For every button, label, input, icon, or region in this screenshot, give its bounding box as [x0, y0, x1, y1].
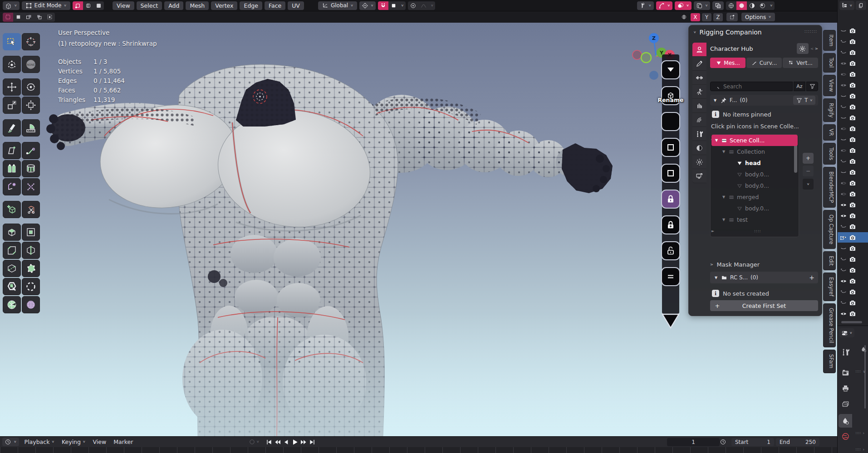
gizmo-neg-y[interactable]: [641, 53, 651, 63]
visibility-eye-icon[interactable]: [840, 103, 847, 111]
visibility-eye-icon[interactable]: [840, 93, 847, 100]
create-first-set-button[interactable]: + Create First Set: [710, 300, 818, 311]
visibility-eye-icon[interactable]: [840, 201, 847, 209]
panel-tab-tools[interactable]: [692, 127, 706, 141]
gizmo-z[interactable]: Z: [649, 33, 659, 43]
play-button[interactable]: [291, 438, 299, 446]
mirror-z-button[interactable]: Z: [713, 13, 723, 21]
camera-visibility-icon[interactable]: [849, 190, 856, 198]
jump-to-end-button[interactable]: [309, 438, 316, 446]
tool-button-annotate[interactable]: [3, 119, 21, 136]
outliner-row[interactable]: [838, 91, 868, 101]
gizmo-neg-z[interactable]: [649, 71, 658, 80]
visibility-eye-icon[interactable]: [840, 71, 847, 78]
camera-visibility-icon[interactable]: [849, 49, 856, 56]
shading-rendered-button[interactable]: [757, 1, 768, 10]
region-grip[interactable]: ∷∷ ∨: [856, 370, 866, 374]
panel-tab-display[interactable]: [692, 169, 706, 183]
tree-expander[interactable]: ▼: [714, 138, 719, 142]
snap-chevron[interactable]: ∨: [399, 1, 406, 10]
properties-tab-output[interactable]: [839, 381, 852, 395]
vertex-select-mode-button[interactable]: [73, 1, 83, 10]
outliner-row[interactable]: [838, 221, 868, 232]
tree-expander[interactable]: ▼: [721, 195, 726, 199]
camera-visibility-icon[interactable]: [849, 180, 856, 187]
overlays-dropdown[interactable]: ∨: [675, 1, 691, 10]
face-select-mode-button[interactable]: [93, 1, 104, 10]
hub-next-button[interactable]: ∨: [814, 47, 819, 50]
filter-button[interactable]: [806, 82, 818, 91]
timeline-menu-marker[interactable]: Marker: [110, 438, 137, 445]
outliner-row[interactable]: [838, 156, 868, 166]
tool-button-randomize[interactable]: [22, 178, 40, 195]
panel-tab-pen[interactable]: [692, 57, 706, 71]
transform-orientation-dropdown[interactable]: Global ∨: [318, 1, 357, 10]
properties-tab-tool[interactable]: [839, 345, 852, 359]
timeline-ruler[interactable]: [0, 447, 837, 453]
properties-scrollbar[interactable]: [864, 345, 866, 409]
add-set-button[interactable]: +: [809, 274, 814, 281]
panel-collapse-icon[interactable]: ∨: [693, 31, 696, 34]
rc-expander[interactable]: ▼: [714, 276, 718, 280]
outliner-row[interactable]: [838, 25, 868, 36]
jump-to-start-button[interactable]: [265, 438, 273, 446]
camera-visibility-icon[interactable]: [849, 223, 856, 230]
camera-visibility-icon[interactable]: [849, 136, 856, 143]
falloff-chevron[interactable]: ∨: [429, 1, 435, 10]
panel-tab-character[interactable]: [692, 43, 706, 57]
previous-frame-button[interactable]: [283, 438, 290, 446]
camera-visibility-icon[interactable]: [849, 256, 856, 263]
outliner-row[interactable]: [838, 58, 868, 68]
search-input[interactable]: [722, 83, 779, 90]
outliner-row[interactable]: [838, 178, 868, 188]
tool-button-drum[interactable]: [22, 160, 40, 177]
outliner-row[interactable]: [838, 287, 868, 297]
autokey-dropdown[interactable]: ∨: [256, 440, 260, 443]
camera-visibility-icon[interactable]: [849, 147, 856, 154]
menu-edge[interactable]: Edge: [240, 1, 262, 10]
menu-view[interactable]: View: [113, 1, 134, 10]
tool-button-tweak[interactable]: [3, 56, 21, 73]
outliner-row[interactable]: [838, 134, 868, 145]
camera-visibility-icon[interactable]: [849, 278, 856, 285]
outliner-row[interactable]: [838, 189, 868, 199]
tree-row-Collection[interactable]: ▼Collection: [711, 146, 799, 157]
properties-editor-type-button[interactable]: ∨: [839, 328, 854, 337]
sidebar-tab-grease-pencil[interactable]: Grease Pencil: [823, 303, 836, 348]
outliner-row[interactable]: [838, 36, 868, 47]
pie-button-collapse[interactable]: [661, 60, 680, 79]
camera-visibility-icon[interactable]: [849, 27, 856, 34]
outliner-display-mode-button[interactable]: [856, 1, 866, 10]
camera-visibility-icon[interactable]: [849, 103, 856, 111]
add-collection-button[interactable]: +: [803, 153, 814, 164]
properties-tab-scene[interactable]: [839, 414, 852, 428]
options-dropdown[interactable]: Options ∨: [741, 13, 775, 21]
tool-button-addcube[interactable]: [3, 201, 21, 218]
pie-button-menu[interactable]: [661, 267, 680, 286]
hub-settings-button[interactable]: [797, 43, 809, 54]
camera-visibility-icon[interactable]: [849, 288, 856, 296]
sidebar-tab-easyref[interactable]: Easyref: [823, 273, 836, 301]
tool-button-circlesel[interactable]: [22, 278, 40, 295]
shading-solid-button[interactable]: [736, 1, 747, 10]
tool-button-spin[interactable]: [3, 296, 21, 313]
pie-button-lock-transfer[interactable]: [661, 215, 680, 234]
sidebar-tab-item[interactable]: Item: [823, 30, 836, 51]
panel-tab-curves[interactable]: [692, 113, 706, 127]
3d-viewport[interactable]: User Perspective (1) retopology new : Sh…: [0, 23, 837, 436]
edge-select-mode-button[interactable]: [83, 1, 93, 10]
frame-start-field[interactable]: Start 1: [731, 438, 774, 446]
tool-button-cloth[interactable]: [3, 160, 21, 177]
outliner-row[interactable]: [838, 210, 868, 221]
tool-button-polybuild[interactable]: [3, 178, 21, 195]
tool-button-knife[interactable]: [3, 260, 21, 277]
visibility-eye-icon[interactable]: [840, 180, 847, 187]
panel-tab-settings[interactable]: [692, 155, 706, 169]
visibility-eye-icon[interactable]: [840, 278, 847, 285]
visibility-eye-icon[interactable]: [840, 212, 847, 219]
shading-material-button[interactable]: [747, 1, 757, 10]
visibility-eye-icon[interactable]: [840, 299, 847, 307]
menu-uv[interactable]: UV: [288, 1, 304, 10]
camera-visibility-icon[interactable]: [849, 245, 856, 252]
shading-dropdown[interactable]: ∨: [768, 1, 775, 10]
